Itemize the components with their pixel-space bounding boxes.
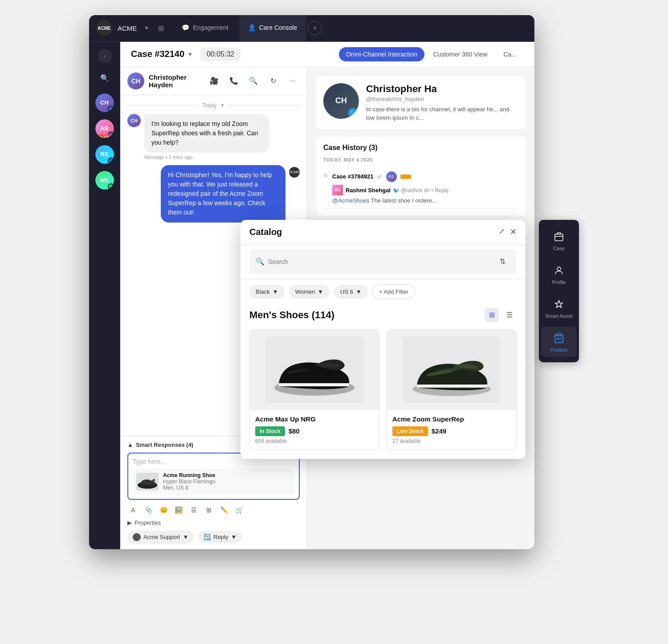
whatsapp-badge bbox=[108, 183, 114, 190]
grid-view-button[interactable]: ⊞ bbox=[485, 308, 499, 322]
catalog-body: Men's Shoes (114) ⊞ ☰ bbox=[240, 304, 525, 459]
catalog-search-input[interactable] bbox=[268, 258, 491, 265]
case-title: Case #32140 ▼ bbox=[131, 49, 193, 59]
customer-avatar-large: CH 🐦 bbox=[323, 83, 359, 119]
product-card-small: Acme Running Shoe Hyper Black Flamingo M… bbox=[133, 469, 294, 494]
search-icon: 🔍 bbox=[256, 257, 265, 266]
chat-header: CH Christopher Hayden 🎥 📞 🔍 ↻ ··· bbox=[120, 67, 307, 95]
catalog-header: Catalog ⤢ ✕ bbox=[240, 220, 525, 245]
catalog-close-button[interactable]: ✕ bbox=[510, 227, 517, 237]
smart-assist-label: Smart Assist bbox=[545, 313, 572, 319]
filter-size[interactable]: US 6 ▼ bbox=[334, 285, 368, 299]
attachment-button[interactable]: 📎 bbox=[143, 504, 154, 516]
app-logo[interactable]: ACME bbox=[96, 20, 112, 36]
more-options-button[interactable]: ··· bbox=[285, 74, 300, 88]
check-icon: ✓ bbox=[377, 173, 383, 180]
sidebar-collapse-button[interactable]: › bbox=[98, 49, 112, 63]
sidebar-contact-1[interactable]: CH bbox=[95, 93, 114, 112]
product-card-2[interactable]: Acme Zoom SuperRep Low Stock $249 27 ava… bbox=[387, 329, 517, 450]
side-panel-profile[interactable]: Profile bbox=[541, 259, 577, 289]
price-1: $80 bbox=[289, 427, 300, 435]
refresh-button[interactable]: ↻ bbox=[266, 74, 280, 88]
customer-name: Christopher Ha bbox=[366, 83, 518, 95]
case-icon bbox=[552, 230, 566, 244]
scan-button[interactable]: ⊞ bbox=[203, 504, 215, 516]
video-call-button[interactable]: 🎥 bbox=[207, 74, 221, 88]
tab-customer360[interactable]: Customer 360 View bbox=[426, 47, 495, 61]
properties-toggle[interactable]: ▶ Properties bbox=[127, 519, 300, 526]
emoji-button[interactable]: 😊 bbox=[158, 504, 169, 516]
incoming-avatar: CH bbox=[127, 114, 141, 127]
product-card-1[interactable]: Acme Max Up NRG In Stock $80 659 availab… bbox=[249, 329, 379, 450]
reply-type-selector[interactable]: ↩️ Reply ▼ bbox=[198, 531, 242, 543]
chat-actions: 🎥 📞 🔍 ↻ ··· bbox=[207, 74, 300, 88]
sidebar-contact-4[interactable]: MK bbox=[95, 171, 114, 190]
contact-name: Christopher Hayden bbox=[149, 73, 203, 89]
filter-women[interactable]: Women ▼ bbox=[289, 285, 330, 299]
app-name: ACME bbox=[118, 24, 137, 32]
chevron-filter-2-icon: ▼ bbox=[318, 288, 323, 295]
history-date: TODAY, MAY 4 2020 bbox=[323, 157, 518, 162]
edit-button[interactable]: ✏️ bbox=[218, 504, 230, 516]
compose-placeholder: Type here... bbox=[133, 458, 294, 465]
tab-care-console[interactable]: 👤 Care Console bbox=[239, 15, 306, 42]
case-avatar: RS bbox=[386, 171, 397, 182]
products-section-title: Men's Shoes (114) bbox=[249, 309, 334, 321]
add-filter-button[interactable]: + Add Filter bbox=[372, 284, 415, 299]
price-2: $249 bbox=[432, 427, 446, 435]
tab-add-button[interactable]: + bbox=[308, 21, 322, 35]
catalog-expand-button[interactable]: ⤢ bbox=[499, 227, 505, 237]
sort-button[interactable]: ⇅ bbox=[494, 254, 510, 270]
tab-omnichannel[interactable]: Omni-Channel Interaction bbox=[339, 47, 424, 61]
stock-badge-2: Low Stock bbox=[392, 426, 428, 436]
chevron-filter-icon: ▼ bbox=[273, 288, 278, 295]
person-icon: 👤 bbox=[248, 24, 256, 31]
reply-icon: ↩️ bbox=[204, 534, 211, 540]
text-format-button[interactable]: A bbox=[127, 504, 139, 516]
list-button[interactable]: ☰ bbox=[188, 504, 200, 516]
reply-name: Rashmi Shehgal bbox=[346, 187, 391, 194]
image-button[interactable]: 🖼️ bbox=[173, 504, 184, 516]
sidebar-contact-3[interactable]: RS bbox=[95, 145, 114, 164]
twitter-badge bbox=[108, 106, 114, 112]
chevron-reply-icon: ▼ bbox=[231, 534, 237, 540]
customer-bio: In case there is a bio for channel, it w… bbox=[366, 105, 518, 122]
product-card-sub1: Hyper Black Flamingo bbox=[163, 478, 215, 485]
date-separator: Today ▼ bbox=[127, 102, 300, 109]
case-timer: 00:05:32 bbox=[200, 48, 240, 61]
message-incoming-1: CH I'm looking to replace my old Zoom Su… bbox=[127, 114, 300, 160]
case-label: Case bbox=[553, 246, 565, 251]
search-chat-button[interactable]: 🔍 bbox=[246, 74, 261, 88]
twitter-badge-large: 🐦 bbox=[348, 108, 358, 118]
sidebar-search-button[interactable]: 🔍 bbox=[97, 70, 113, 86]
reply-text: @AcmeShoes The latest shoe I ordere... bbox=[332, 197, 448, 204]
compose-area[interactable]: Type here... bbox=[127, 453, 300, 500]
filter-black[interactable]: Black ▼ bbox=[249, 285, 285, 299]
side-panel-smart-assist[interactable]: Smart Assist bbox=[541, 293, 577, 323]
case-history-title: Case History (3) bbox=[323, 144, 518, 152]
case-tab-nav: Omni-Channel Interaction Customer 360 Vi… bbox=[339, 47, 524, 61]
reply-label: Reply bbox=[213, 534, 228, 540]
left-sidebar: › 🔍 CH AB 1h 10m RS MK bbox=[89, 42, 120, 549]
top-bar: ACME ACME ▼ ⊞ 💬 Engagement 👤 Care Consol… bbox=[89, 15, 534, 42]
customer-header: CH 🐦 Christopher Ha @therealchris_hayden… bbox=[323, 83, 518, 122]
catalog-popup: Catalog ⤢ ✕ 🔍 ⇅ Black ▼ Women ▼ bbox=[240, 220, 525, 459]
catalog-filters: Black ▼ Women ▼ US 6 ▼ + Add Filter bbox=[240, 279, 525, 304]
side-panel-product[interactable]: Product bbox=[541, 327, 577, 357]
contact-avatar: CH bbox=[127, 73, 144, 89]
cart-button[interactable]: 🛒 bbox=[233, 504, 245, 516]
sender-badge: ACME bbox=[289, 167, 300, 178]
grid-icon[interactable]: ⊞ bbox=[158, 24, 164, 32]
sender-selector[interactable]: Acme Support ▼ bbox=[127, 531, 194, 544]
product-name-2: Acme Zoom SuperRep bbox=[392, 415, 511, 423]
chevron-icon[interactable]: ▼ bbox=[187, 51, 193, 58]
customer-handle: @therealchris_hayden bbox=[366, 96, 518, 102]
tab-ca[interactable]: Ca... bbox=[496, 47, 524, 61]
phone-button[interactable]: 📞 bbox=[227, 74, 241, 88]
product-thumb bbox=[136, 473, 159, 490]
side-panel-case[interactable]: Case bbox=[541, 225, 577, 255]
sidebar-contact-2[interactable]: AB 1h 10m bbox=[95, 119, 114, 138]
list-view-button[interactable]: ☰ bbox=[502, 308, 517, 322]
chevron-sender-icon: ▼ bbox=[183, 534, 188, 540]
tab-engagement[interactable]: 💬 Engagement bbox=[173, 15, 237, 42]
